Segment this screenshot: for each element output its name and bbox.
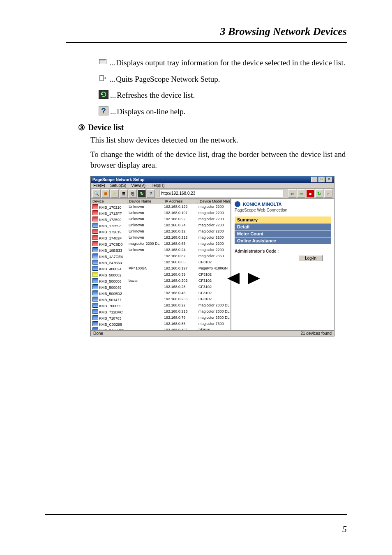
- cell-model: magicolor 2300 DL: [197, 303, 231, 309]
- cell-model: magicolor 7300: [197, 321, 231, 327]
- table-row[interactable]: KMB_170210Unknown192.168.0.122magicolor …: [91, 204, 231, 210]
- cell-model: CF3102: [197, 260, 231, 266]
- table-row[interactable]: KMB_D9AABE192.168.0.197Di3510: [91, 327, 231, 330]
- cell-ip: 192.168.0.197: [162, 327, 197, 330]
- cell-device: KMB_172593: [91, 223, 127, 229]
- menu-item[interactable]: View(V): [131, 183, 145, 188]
- cell-device: KMB_1A7CE4: [91, 253, 127, 260]
- table-row[interactable]: KMB_718763192.168.0.79magicolor 2300 DL: [91, 315, 231, 321]
- search-icon[interactable]: 🔍: [92, 189, 101, 198]
- cell-device: KMB_172590: [91, 216, 127, 223]
- cell-model: magicolor 2300 DL: [197, 315, 231, 321]
- cell-device: KMB_700055: [91, 303, 127, 309]
- table-row[interactable]: KMB_17489FUnknown192.168.0.212magicolor …: [91, 235, 231, 241]
- close-button[interactable]: ×: [326, 177, 332, 182]
- table-row[interactable]: KMB_247B63192.168.0.85CF3102: [91, 260, 231, 266]
- brand-name: KONICA MINOLTA: [243, 202, 282, 207]
- status-left: Done: [93, 331, 103, 336]
- cell-ip: 192.168.0.85: [162, 260, 197, 266]
- minimize-button[interactable]: _: [311, 177, 318, 182]
- cell-ip: 192.168.0.122: [162, 204, 197, 210]
- cell-name: Unknown: [127, 210, 162, 216]
- cell-model: Di3510: [197, 327, 231, 330]
- table-row[interactable]: KMB_17C6D0magicolor 2200 DL192.168.0.65m…: [91, 241, 231, 247]
- table-row[interactable]: KMB_500006bacali192.168.0.202CF3102: [91, 278, 231, 284]
- section-heading: Device list: [88, 123, 124, 132]
- col-header-device[interactable]: Device: [91, 199, 127, 204]
- cell-name: Unknown: [127, 223, 162, 229]
- cell-model: CF3102: [197, 297, 231, 303]
- url-input[interactable]: http://192.168.0.23: [159, 190, 284, 197]
- cell-device: KMB_19BB33: [91, 247, 127, 253]
- table-row[interactable]: KMB_19BB33Unknown192.168.0.24magicolor 2…: [91, 247, 231, 253]
- bullet-quit-text: Quits PageScope Network Setup.: [116, 74, 347, 85]
- warning-icon[interactable]: ⚠: [111, 189, 119, 198]
- help-toolbar-icon[interactable]: ?: [147, 189, 155, 198]
- login-button[interactable]: Log-in: [299, 255, 323, 261]
- cell-ip: 192.168.0.202: [162, 278, 197, 284]
- col-header-model[interactable]: Device Model Name: [198, 199, 231, 204]
- cell-name: [127, 290, 162, 297]
- table-row[interactable]: KMB_400024PP4100GN192.168.0.197PagePro 4…: [91, 266, 231, 272]
- cell-model: CF3102: [197, 290, 231, 297]
- tray-icon[interactable]: ⎘: [129, 189, 137, 198]
- table-row[interactable]: KMB_712BAC192.168.0.213magicolor 2300 DL: [91, 309, 231, 315]
- device-list-pane[interactable]: Device Device Name IP Address Device Mod…: [91, 199, 231, 330]
- menu-item[interactable]: Setup(S): [110, 183, 126, 188]
- table-row[interactable]: KMB_500002192.168.0.39CF3102: [91, 272, 231, 278]
- cell-name: [127, 297, 162, 303]
- reload-icon[interactable]: ↻: [315, 189, 323, 198]
- footer-rule: [45, 514, 347, 515]
- ellipsis: ...: [109, 74, 115, 85]
- back-icon[interactable]: ⇐: [288, 189, 296, 198]
- menu-item[interactable]: File(F): [93, 183, 105, 188]
- ellipsis: ...: [110, 106, 116, 117]
- sidebar-item[interactable]: Detail: [235, 223, 331, 230]
- cell-name: [127, 315, 162, 321]
- table-row[interactable]: KMB_172593Unknown192.168.0.74magicolor 2…: [91, 223, 231, 229]
- chapter-rule: [66, 42, 347, 43]
- cell-device: KMB_500006: [91, 278, 127, 284]
- cell-ip: 192.168.0.87: [162, 253, 197, 260]
- table-row[interactable]: KMB_1A7CE4192.168.0.87magicolor 2350: [91, 253, 231, 260]
- col-header-ip[interactable]: IP Address: [163, 199, 198, 204]
- table-row[interactable]: KMB_5005D2192.168.0.46CF3102: [91, 290, 231, 297]
- home-icon[interactable]: ⌂: [324, 189, 332, 198]
- cell-model: magicolor 2300 DL: [197, 309, 231, 315]
- section-para-2: To change the width of the device list, …: [90, 149, 347, 170]
- cell-device: KMB_501477: [91, 297, 127, 303]
- sidebar-item[interactable]: Online Assistance: [235, 237, 331, 244]
- list-icon[interactable]: ≣: [120, 189, 128, 198]
- table-row[interactable]: KMB_1712FFUnknown192.168.0.107magicolor …: [91, 210, 231, 216]
- menu-item[interactable]: Help(H): [150, 183, 164, 188]
- cell-device: KMB_500049: [91, 284, 127, 290]
- cell-ip: 192.168.0.74: [162, 223, 197, 229]
- output-tray-icon: [99, 58, 108, 66]
- printer-icon[interactable]: 🖶: [101, 189, 110, 198]
- cell-model: magicolor 2200: [197, 216, 231, 223]
- browser-pane[interactable]: KONICA MINOLTA PageScope Web Connection …: [231, 199, 334, 330]
- maximize-button[interactable]: □: [318, 177, 325, 182]
- forward-icon[interactable]: ⇒: [297, 189, 305, 198]
- brand-logo: KONICA MINOLTA: [235, 201, 331, 207]
- table-row[interactable]: KMB_172590Unknown192.168.0.92magicolor 2…: [91, 216, 231, 223]
- bullet-refresh-text: Refreshes the device list.: [117, 90, 347, 101]
- table-row[interactable]: KMB_501477192.168.0.236CF3102: [91, 297, 231, 303]
- cell-ip: 192.168.0.236: [162, 297, 197, 303]
- table-row[interactable]: KMB_C00298192.168.0.86magicolor 7300: [91, 321, 231, 327]
- col-header-name[interactable]: Device Name: [127, 199, 163, 204]
- sidebar-item[interactable]: Meter Count: [235, 230, 331, 237]
- table-row[interactable]: KMB_172619Unknown192.168.0.12magicolor 2…: [91, 229, 231, 235]
- table-row[interactable]: KMB_700055192.168.0.22magicolor 2300 DL: [91, 303, 231, 309]
- stop-icon[interactable]: ■: [306, 189, 314, 198]
- cell-ip: 192.168.0.12: [162, 229, 197, 235]
- exit-icon[interactable]: ↻: [138, 189, 146, 198]
- sidebar-item[interactable]: Summary: [235, 216, 331, 223]
- table-row[interactable]: KMB_500049192.168.0.28CF3102: [91, 284, 231, 290]
- cell-model: magicolor 2200: [197, 229, 231, 235]
- cell-model: magicolor 2200: [197, 235, 231, 241]
- svg-rect-3: [100, 75, 104, 81]
- cell-device: KMB_500002: [91, 272, 127, 278]
- window-titlebar[interactable]: PageScope Network Setup _ □ ×: [91, 176, 334, 183]
- cell-device: KMB_17C6D0: [91, 241, 127, 247]
